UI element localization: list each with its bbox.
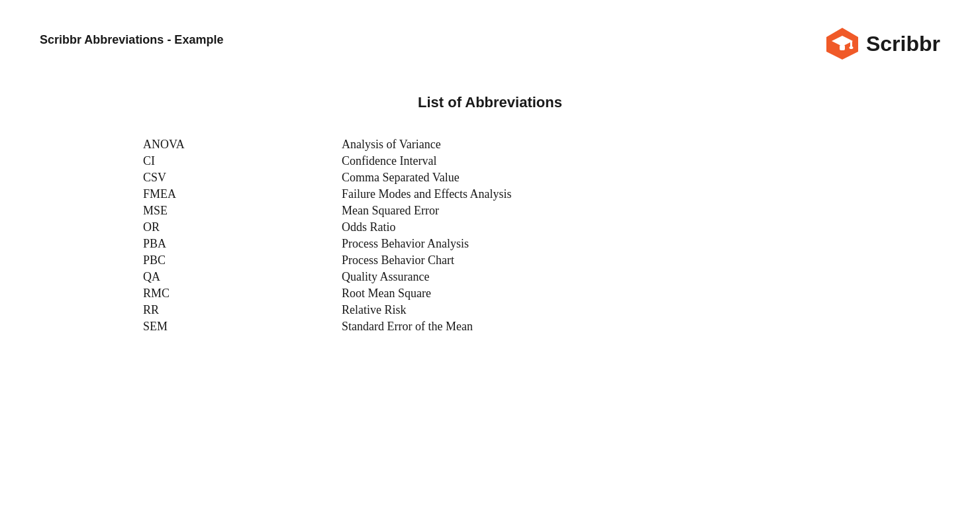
abbr-short: PBA (130, 237, 342, 251)
content: List of Abbreviations ANOVAAnalysis of V… (40, 94, 940, 336)
abbr-long: Mean Squared Error (342, 204, 850, 218)
table-row: OROdds Ratio (130, 220, 850, 234)
abbr-long: Failure Modes and Effects Analysis (342, 187, 850, 201)
abbr-short: MSE (130, 204, 342, 218)
table-row: PBAProcess Behavior Analysis (130, 237, 850, 251)
abbr-short: PBC (130, 254, 342, 267)
page-title: Scribbr Abbreviations - Example (40, 26, 223, 47)
abbr-short: SEM (130, 320, 342, 334)
svg-rect-4 (840, 45, 845, 50)
table-row: FMEAFailure Modes and Effects Analysis (130, 187, 850, 201)
abbr-long: Analysis of Variance (342, 138, 850, 152)
abbr-short: ANOVA (130, 138, 342, 152)
abbr-long: Root Mean Square (342, 287, 850, 301)
abbr-long: Process Behavior Chart (342, 254, 850, 267)
abbr-long: Odds Ratio (342, 220, 850, 234)
table-row: ANOVAAnalysis of Variance (130, 138, 850, 152)
logo-text: Scribbr (866, 32, 940, 56)
table-row: RMCRoot Mean Square (130, 287, 850, 301)
table-row: SEMStandard Error of the Mean (130, 320, 850, 334)
header: Scribbr Abbreviations - Example Scribbr (40, 26, 940, 61)
abbr-long: Confidence Interval (342, 154, 850, 168)
abbr-short: CSV (130, 171, 342, 185)
table-row: RRRelative Risk (130, 303, 850, 317)
abbr-long: Quality Assurance (342, 270, 850, 284)
abbr-short: RR (130, 303, 342, 317)
abbreviations-table: ANOVAAnalysis of VarianceCIConfidence In… (130, 138, 850, 336)
abbr-short: QA (130, 270, 342, 284)
svg-point-3 (849, 46, 853, 49)
list-heading: List of Abbreviations (418, 94, 562, 111)
abbr-long: Standard Error of the Mean (342, 320, 850, 334)
table-row: PBCProcess Behavior Chart (130, 254, 850, 267)
abbr-short: FMEA (130, 187, 342, 201)
abbr-long: Process Behavior Analysis (342, 237, 850, 251)
abbr-short: RMC (130, 287, 342, 301)
table-row: CIConfidence Interval (130, 154, 850, 168)
page-container: Scribbr Abbreviations - Example Scribbr … (0, 0, 980, 511)
abbr-long: Comma Separated Value (342, 171, 850, 185)
abbr-short: CI (130, 154, 342, 168)
scribbr-logo-icon (825, 26, 859, 61)
abbr-long: Relative Risk (342, 303, 850, 317)
table-row: QAQuality Assurance (130, 270, 850, 284)
table-row: MSEMean Squared Error (130, 204, 850, 218)
abbr-short: OR (130, 220, 342, 234)
table-row: CSVComma Separated Value (130, 171, 850, 185)
logo-container: Scribbr (825, 26, 940, 61)
